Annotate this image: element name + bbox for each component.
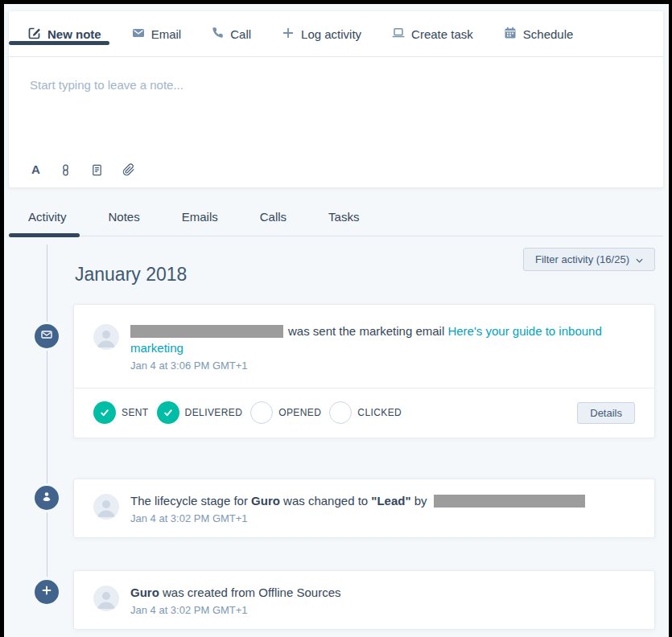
toolbar-item-new-note[interactable]: New note [28, 27, 101, 42]
chevron-down-icon [636, 253, 643, 265]
timeline-event-contact-created: Guro was created from Offline Sources Ja… [73, 570, 655, 630]
toolbar-label: New note [47, 27, 101, 41]
composer-format-toolbar: A [31, 163, 135, 176]
timeline-line [47, 245, 47, 577]
toolbar-label: Schedule [523, 27, 574, 41]
contact-name: Guro [130, 586, 159, 599]
envelope-icon [40, 328, 53, 344]
event-timestamp: Jan 4 at 3:06 PM GMT+1 [130, 360, 635, 372]
avatar [93, 586, 119, 611]
toolbar-label: Call [230, 27, 251, 41]
redacted-name [434, 495, 585, 508]
composer-panel: New note Email Call Log activity Create … [9, 11, 663, 187]
create-event-badge [32, 577, 61, 606]
note-input[interactable]: Start typing to leave a note... [30, 78, 183, 92]
empty-circle-icon [329, 401, 352, 424]
status-sent: SENT [93, 401, 149, 424]
filter-activity-button[interactable]: Filter activity (16/25) [523, 248, 655, 271]
calendar-icon [504, 27, 517, 42]
check-icon [157, 401, 179, 424]
event-timestamp: Jan 4 at 3:02 PM GMT+1 [130, 604, 341, 616]
event-text: The lifecycle stage for Guro was changed… [130, 492, 585, 509]
tab-activity[interactable]: Activity [28, 210, 67, 224]
contact-event-badge [32, 483, 61, 512]
toolbar-label: Email [151, 27, 182, 41]
timeline-header: January 2018 Filter activity (16/25) [4, 236, 669, 286]
toolbar-item-email[interactable]: Email [132, 27, 182, 42]
person-icon [40, 490, 53, 506]
tab-tasks[interactable]: Tasks [328, 210, 359, 224]
month-heading: January 2018 [75, 262, 187, 286]
event-text: was sent the marketing email Here's your… [130, 323, 635, 356]
email-icon [132, 27, 145, 42]
timeline-event-email-sent: was sent the marketing email Here's your… [73, 304, 655, 438]
event-card: was sent the marketing email Here's your… [73, 304, 655, 438]
event-card: The lifecycle stage for Guro was changed… [73, 479, 655, 538]
check-icon [93, 401, 116, 424]
email-event-badge [32, 322, 61, 351]
empty-circle-icon [250, 401, 273, 424]
toolbar-label: Create task [411, 27, 473, 41]
crm-activity-panel: New note Email Call Log activity Create … [0, 0, 672, 637]
avatar [93, 324, 119, 350]
toolbar-item-schedule[interactable]: Schedule [504, 27, 574, 42]
event-body: was sent the marketing email Here's your… [74, 305, 654, 388]
note-composer: Start typing to leave a note... A [9, 57, 663, 187]
redacted-name [130, 325, 283, 338]
attachment-icon[interactable] [122, 163, 135, 176]
phone-icon [212, 27, 224, 41]
tab-emails[interactable]: Emails [182, 210, 218, 224]
compose-icon [28, 27, 41, 42]
link-icon[interactable] [60, 164, 72, 176]
event-body: The lifecycle stage for Guro was changed… [74, 479, 654, 537]
lifecycle-stage: "Lead" [371, 494, 410, 508]
plus-icon [40, 584, 53, 600]
tab-calls[interactable]: Calls [260, 210, 287, 224]
timeline-event-lifecycle-change: The lifecycle stage for Guro was changed… [73, 479, 655, 538]
avatar [93, 494, 119, 520]
activity-tabs: Activity Notes Emails Calls Tasks [9, 197, 663, 236]
text-format-icon[interactable]: A [31, 163, 40, 176]
email-status-row: SENT DELIVERED OPENED CLICKED Details [74, 388, 654, 438]
event-text: Guro was created from Offline Sources [130, 584, 341, 601]
toolbar-label: Log activity [301, 27, 361, 41]
event-card: Guro was created from Offline Sources Ja… [73, 570, 655, 630]
snippet-icon[interactable] [91, 164, 103, 176]
details-button[interactable]: Details [577, 402, 635, 424]
event-body: Guro was created from Offline Sources Ja… [74, 571, 654, 629]
action-toolbar: New note Email Call Log activity Create … [9, 11, 663, 57]
plus-icon [282, 27, 295, 42]
tab-notes[interactable]: Notes [109, 210, 140, 224]
status-opened: OPENED [250, 401, 321, 424]
status-clicked: CLICKED [329, 401, 402, 424]
task-icon [392, 27, 405, 42]
contact-name: Guro [251, 494, 280, 508]
event-timestamp: Jan 4 at 3:02 PM GMT+1 [130, 512, 585, 524]
toolbar-item-call[interactable]: Call [212, 27, 251, 41]
status-delivered: DELIVERED [157, 401, 243, 424]
activity-timeline: January 2018 Filter activity (16/25) was… [4, 236, 669, 630]
toolbar-item-log-activity[interactable]: Log activity [282, 27, 361, 42]
toolbar-item-create-task[interactable]: Create task [392, 27, 473, 42]
